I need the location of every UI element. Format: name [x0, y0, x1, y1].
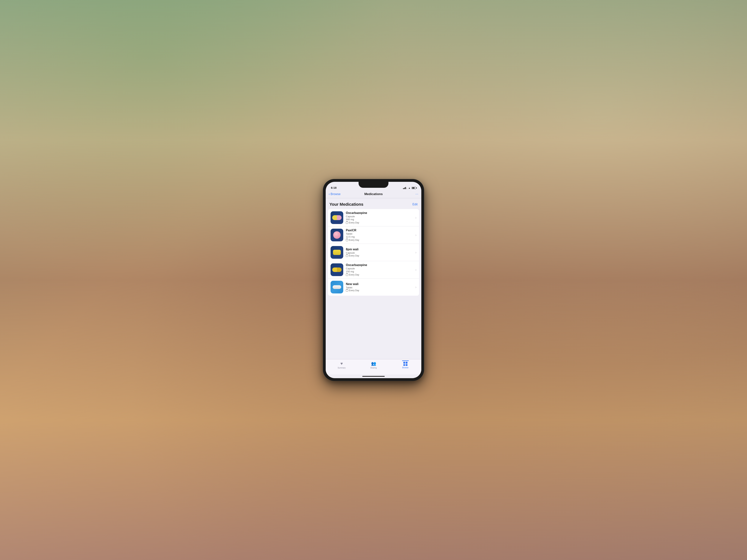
med-icon-oxcarbazepine-150 [331, 263, 343, 276]
schedule-text: Every Day [349, 289, 359, 292]
med-type: Capsule [346, 267, 414, 270]
med-item-oxcarbazepine-300[interactable]: Oxcarbazepine Capsule 300 mg Every Day › [328, 209, 419, 226]
medication-list: Oxcarbazepine Capsule 300 mg Every Day › [328, 209, 419, 296]
med-icon-oxcarbazepine-300 [331, 211, 343, 224]
med-schedule: Every Day [346, 221, 414, 224]
chevron-right-icon: › [415, 250, 416, 255]
med-info-new-wali: New wali Tablet Every Day [346, 283, 414, 292]
tab-active-indicator [402, 361, 409, 361]
tab-sharing[interactable]: 👥 Sharing [358, 361, 390, 369]
schedule-text: Every Day [349, 239, 359, 241]
pill-tablet-yellow-icon [333, 250, 341, 255]
med-item-oxcarbazepine-150[interactable]: Oxcarbazepine Capsule 150 mg Every Day › [328, 261, 419, 278]
med-item-paxicr[interactable]: PaxiCR Tablet 12.5 mg Every Day › [328, 226, 419, 244]
med-icon-8pm-wali [331, 246, 343, 259]
scroll-content: Your Medications Edit [326, 198, 421, 359]
phone-screen: 6:18 ▲ ‹ Bro [326, 182, 421, 378]
med-item-8pm-wali[interactable]: 8pm wali Capsule Every Day › [328, 244, 419, 261]
tab-bar: ♥ Summary 👥 Sharing [326, 359, 421, 374]
calendar-icon [346, 255, 348, 257]
heart-icon: ♥ [340, 361, 343, 366]
edit-button[interactable]: Edit [412, 203, 418, 206]
med-name: PaxiCR [346, 229, 414, 232]
schedule-text: Every Day [349, 255, 359, 257]
med-dose: 150 mg [346, 270, 414, 273]
chevron-right-icon: › [415, 285, 416, 289]
med-info-paxicr: PaxiCR Tablet 12.5 mg Every Day [346, 229, 414, 241]
section-title: Your Medications [329, 202, 363, 207]
med-name: New wali [346, 283, 414, 286]
home-indicator [326, 374, 421, 378]
med-icon-new-wali [331, 281, 343, 293]
chevron-right-icon: › [415, 216, 416, 220]
pill-tablet-white-icon [333, 285, 341, 289]
phone-notch [359, 182, 388, 188]
calendar-icon [346, 274, 348, 276]
calendar-icon [346, 289, 348, 292]
med-schedule: Every Day [346, 273, 414, 276]
pill-round-pink-icon [333, 231, 341, 239]
med-info-oxcarbazepine-150: Oxcarbazepine Capsule 150 mg Every Day [346, 263, 414, 276]
med-name: 8pm wali [346, 248, 414, 251]
pill-capsule-yellow-icon [332, 267, 341, 272]
phone-case: 6:18 ▲ ‹ Bro [323, 179, 424, 381]
tab-browse[interactable]: Browse [389, 361, 421, 369]
battery-icon [412, 187, 416, 189]
calendar-icon [346, 239, 348, 241]
med-name: Oxcarbazepine [346, 263, 414, 267]
med-info-8pm-wali: 8pm wali Capsule Every Day [346, 248, 414, 257]
tab-summary-label: Summary [338, 367, 346, 369]
med-schedule: Every Day [346, 239, 414, 241]
med-type: Capsule [346, 251, 414, 254]
med-dose: 12.5 mg [346, 235, 414, 238]
tab-browse-label: Browse [402, 367, 408, 369]
wifi-icon: ▲ [408, 187, 410, 189]
grid-icon [403, 362, 408, 366]
pill-capsule-yellow-pink-icon [332, 215, 341, 220]
calendar-icon [346, 221, 348, 224]
signal-icon [403, 187, 407, 189]
med-name: Oxcarbazepine [346, 211, 414, 215]
chevron-right-icon: › [415, 233, 416, 237]
status-time: 6:18 [331, 186, 337, 189]
med-schedule: Every Day [346, 255, 414, 257]
back-label: Browse [331, 192, 340, 196]
med-info-oxcarbazepine-300: Oxcarbazepine Capsule 300 mg Every Day [346, 211, 414, 224]
status-icons: ▲ [403, 187, 416, 189]
nav-bar: ‹ Browse Medications ⋯ [326, 190, 421, 198]
tab-sharing-label: Sharing [370, 367, 377, 369]
schedule-text: Every Day [349, 221, 359, 224]
med-item-new-wali[interactable]: New wali Tablet Every Day › [328, 278, 419, 296]
chevron-right-icon: › [415, 268, 416, 272]
med-type: Tablet [346, 286, 414, 289]
back-button[interactable]: ‹ Browse [329, 192, 340, 196]
med-icon-paxicr [331, 229, 343, 241]
nav-title: Medications [364, 192, 383, 196]
med-type: Capsule [346, 215, 414, 218]
med-schedule: Every Day [346, 289, 414, 292]
section-header: Your Medications Edit [326, 198, 421, 209]
nav-action-button[interactable]: ⋯ [415, 192, 418, 196]
people-icon: 👥 [371, 361, 376, 366]
med-dose: 300 mg [346, 218, 414, 221]
schedule-text: Every Day [349, 273, 359, 276]
phone-device: 6:18 ▲ ‹ Bro [323, 179, 424, 381]
med-type: Tablet [346, 232, 414, 235]
tab-summary[interactable]: ♥ Summary [326, 361, 358, 369]
back-chevron-icon: ‹ [329, 192, 330, 196]
